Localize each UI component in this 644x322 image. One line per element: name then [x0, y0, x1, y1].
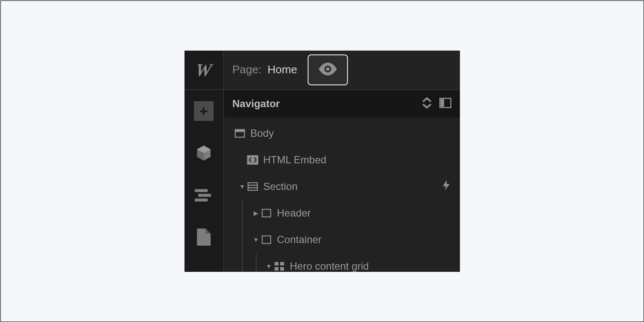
caret-down-icon[interactable]: ▼ — [239, 183, 246, 190]
cube-icon — [195, 144, 213, 162]
svg-rect-17 — [275, 267, 278, 271]
collapse-all-button[interactable] — [422, 97, 432, 110]
navigator-lines-icon — [195, 188, 213, 202]
right-column: Page: Home Navigator — [224, 51, 460, 272]
grid-icon — [273, 262, 286, 271]
interaction-bolt-icon[interactable] — [443, 180, 450, 193]
left-sidebar: W + — [184, 51, 224, 272]
svg-rect-2 — [195, 199, 208, 202]
page-frame: W + — [0, 0, 644, 322]
add-element-button[interactable]: + — [184, 90, 223, 132]
svg-rect-1 — [198, 194, 211, 197]
embed-icon — [246, 155, 259, 165]
components-button[interactable] — [184, 132, 223, 174]
tree-node-body[interactable]: Body — [224, 120, 460, 147]
navigator-header: Navigator — [224, 90, 460, 117]
logo-slot: W — [184, 51, 223, 90]
page-icon — [196, 228, 212, 247]
svg-rect-8 — [235, 129, 245, 132]
tree-node-hero-grid[interactable]: ▼ Hero content grid — [224, 253, 460, 272]
svg-rect-0 — [195, 189, 208, 192]
svg-rect-16 — [280, 262, 284, 265]
pages-button[interactable] — [184, 216, 223, 258]
page-label: Page: — [233, 63, 262, 76]
tree-label: HTML Embed — [263, 154, 327, 166]
plus-icon: + — [194, 101, 214, 121]
body-icon — [233, 129, 246, 138]
svg-rect-14 — [262, 236, 271, 244]
tree-label: Section — [263, 181, 298, 193]
navigator-tree: Body HTML Embed ▼ — [224, 117, 460, 272]
webflow-logo-icon[interactable]: W — [194, 60, 213, 80]
tree-label: Body — [251, 127, 274, 139]
svg-rect-6 — [441, 99, 444, 107]
dock-panel-button[interactable] — [439, 98, 451, 110]
tree-node-section[interactable]: ▼ Section — [224, 173, 460, 200]
caret-down-icon[interactable]: ▼ — [265, 263, 273, 270]
svg-rect-10 — [248, 183, 257, 190]
tree-label: Hero content grid — [290, 260, 369, 272]
tree-node-html-embed[interactable]: HTML Embed — [224, 147, 460, 173]
collapse-icon — [422, 97, 432, 110]
eye-icon — [318, 63, 338, 77]
page-name-dropdown[interactable]: Home — [267, 63, 297, 76]
tree-node-header[interactable]: ▶ Header — [224, 200, 460, 226]
caret-down-icon[interactable]: ▼ — [252, 236, 260, 243]
svg-point-4 — [326, 67, 330, 71]
div-icon — [260, 235, 273, 244]
svg-rect-13 — [262, 209, 271, 217]
designer-panel: W + — [184, 51, 460, 272]
section-icon — [246, 182, 259, 191]
svg-rect-15 — [275, 262, 278, 265]
tree-label: Header — [277, 207, 311, 219]
svg-rect-18 — [280, 267, 284, 271]
panel-dock-icon — [439, 98, 451, 110]
preview-button[interactable] — [308, 54, 348, 85]
navigator-button[interactable] — [184, 174, 223, 216]
navigator-title: Navigator — [233, 98, 414, 110]
tree-label: Container — [277, 234, 322, 246]
div-icon — [260, 209, 273, 217]
caret-right-icon[interactable]: ▶ — [252, 210, 260, 217]
tree-node-container[interactable]: ▼ Container — [224, 226, 460, 253]
topbar: Page: Home — [224, 51, 460, 90]
